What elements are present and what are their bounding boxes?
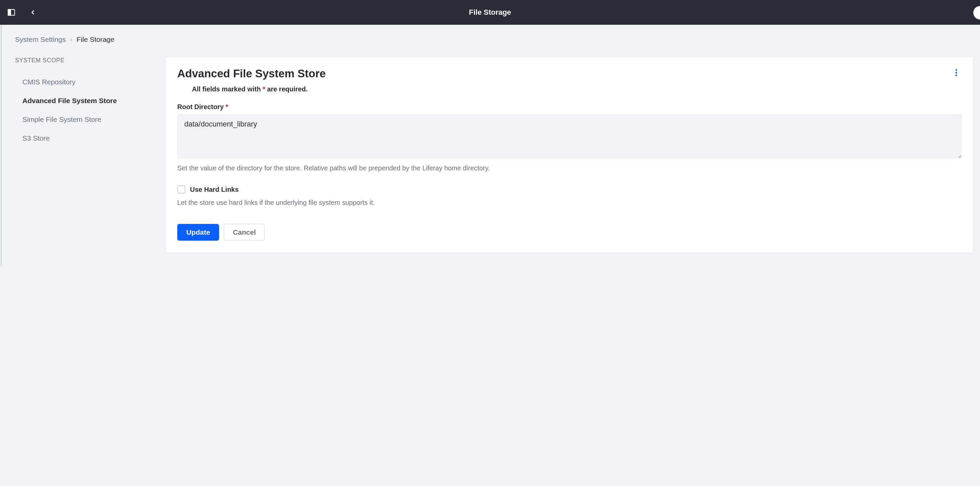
required-prefix: All fields marked with: [192, 85, 262, 93]
hard-links-label[interactable]: Use Hard Links: [190, 186, 239, 193]
svg-point-3: [956, 72, 957, 73]
hard-links-field: Use Hard Links Let the store use hard li…: [177, 185, 962, 207]
more-actions-button[interactable]: [951, 67, 962, 78]
main-area: SYSTEM SCOPE CMIS Repository Advanced Fi…: [2, 57, 980, 253]
topbar-title: File Storage: [469, 8, 511, 17]
settings-panel: Advanced File System Store All fields ma…: [165, 57, 973, 253]
breadcrumb-current: File Storage: [76, 35, 115, 43]
content-wrap: System Settings File Storage SYSTEM SCOP…: [1, 25, 980, 266]
sidebar-item-label: S3 Store: [22, 134, 50, 142]
svg-rect-1: [8, 10, 11, 15]
svg-point-2: [956, 69, 957, 71]
panel-left-icon: [7, 8, 16, 17]
sidebar-item-label: Simple File System Store: [22, 115, 101, 123]
sidebar-item-s3-store[interactable]: S3 Store: [15, 129, 156, 148]
panel-toggle-button[interactable]: [7, 8, 16, 17]
scope-label: SYSTEM SCOPE: [15, 57, 156, 64]
chevron-left-icon: [29, 9, 36, 16]
svg-point-4: [956, 75, 957, 76]
required-fields-note: All fields marked with * are required.: [192, 85, 962, 93]
sidebar-item-label: CMIS Repository: [22, 78, 76, 86]
back-button[interactable]: [28, 8, 37, 17]
root-directory-label-text: Root Directory: [177, 103, 226, 110]
root-directory-label: Root Directory *: [177, 103, 962, 111]
hard-links-checkbox-row: Use Hard Links: [177, 185, 962, 193]
sidebar-item-cmis-repository[interactable]: CMIS Repository: [15, 73, 156, 91]
kebab-icon: [955, 69, 957, 76]
topbar-left: [7, 8, 37, 17]
chevron-right-icon: [69, 35, 73, 43]
sidebar-item-label: Advanced File System Store: [22, 97, 117, 104]
root-directory-input[interactable]: [177, 114, 962, 158]
hard-links-help: Let the store use hard links if the unde…: [177, 199, 962, 207]
panel-header: Advanced File System Store: [177, 67, 962, 80]
hard-links-checkbox[interactable]: [177, 185, 185, 193]
sidebar-item-advanced-file-system-store[interactable]: Advanced File System Store: [15, 91, 156, 110]
sidebar-item-simple-file-system-store[interactable]: Simple File System Store: [15, 110, 156, 129]
panel-title: Advanced File System Store: [177, 67, 326, 80]
breadcrumb: System Settings File Storage: [2, 31, 980, 57]
button-row: Update Cancel: [177, 224, 962, 241]
root-directory-field: Root Directory * Set the value of the di…: [177, 103, 962, 172]
topbar: File Storage: [0, 0, 980, 25]
cancel-button[interactable]: Cancel: [224, 224, 265, 241]
asterisk-icon: *: [226, 103, 228, 110]
breadcrumb-parent-link[interactable]: System Settings: [15, 35, 66, 43]
sidebar: SYSTEM SCOPE CMIS Repository Advanced Fi…: [15, 57, 156, 253]
root-directory-help: Set the value of the directory for the s…: [177, 164, 962, 172]
required-suffix: are required.: [265, 85, 308, 93]
update-button[interactable]: Update: [177, 224, 219, 241]
asterisk-icon: *: [262, 85, 265, 93]
topbar-right-avatar[interactable]: [973, 6, 980, 19]
